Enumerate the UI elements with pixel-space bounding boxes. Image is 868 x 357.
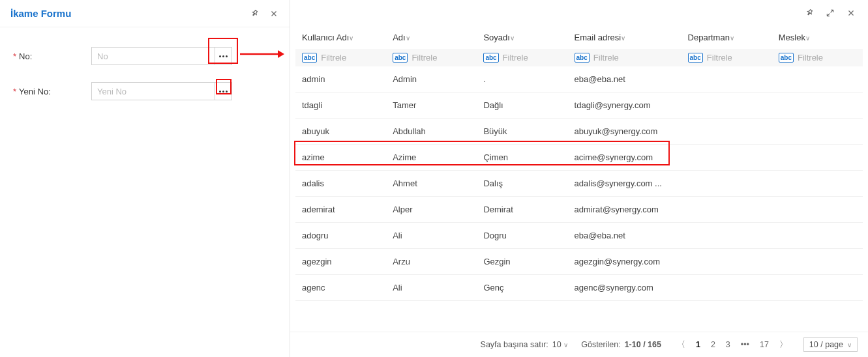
table-cell xyxy=(681,66,772,93)
table-cell: Ahmet xyxy=(386,171,477,197)
col-header-firstname[interactable]: Adı∨ xyxy=(386,26,477,49)
pin-icon[interactable] xyxy=(249,8,260,19)
table-cell: adalis xyxy=(295,171,386,197)
table-cell: agenc@synergy.com xyxy=(568,275,681,301)
filter-input-firstname[interactable] xyxy=(412,53,470,63)
filter-icon[interactable]: abc xyxy=(483,53,498,63)
close-icon[interactable] xyxy=(846,8,856,18)
table-cell xyxy=(681,119,772,145)
page-2[interactable]: 2 xyxy=(708,339,718,350)
table-row[interactable]: tdagliTamerDağlıtdagli@synergy.com xyxy=(295,93,863,119)
form-title: İkame Formu xyxy=(10,8,71,19)
label-yeni-no: *Yeni No: xyxy=(13,87,91,96)
page-size-select[interactable]: 10 / page∨ xyxy=(803,337,858,352)
table-cell xyxy=(681,223,772,249)
table-row[interactable]: adalisAhmetDalışadalis@synergy.com ... xyxy=(295,171,863,197)
table-row[interactable]: agezginArzuGezginagezgin@synergy.com xyxy=(295,249,863,275)
rows-per-page-label: Sayfa başına satır: xyxy=(481,340,548,349)
table-row[interactable]: ademiratAlperDemiratadmirat@synergy.com xyxy=(295,197,863,223)
table-cell xyxy=(772,145,863,171)
close-icon[interactable] xyxy=(269,8,279,19)
lookup-button-yeni-no[interactable] xyxy=(215,82,232,100)
ellipsis-icon xyxy=(219,55,228,57)
input-yeni-no[interactable] xyxy=(91,82,215,100)
filter-input-job[interactable] xyxy=(798,53,856,63)
lookup-button-no[interactable] xyxy=(215,47,232,65)
showing-info: Gösterilen: 1-10 / 165 xyxy=(581,340,661,349)
left-form-panel: İkame Formu *No: *Yeni No: xyxy=(0,0,290,357)
left-header-icons xyxy=(249,8,279,19)
filter-input-lastname[interactable] xyxy=(503,53,561,63)
table-cell: Arzu xyxy=(386,249,477,275)
filter-icon[interactable]: abc xyxy=(688,53,703,63)
table-cell xyxy=(772,66,863,93)
table-row[interactable]: adogruAliDogrueba@eba.net xyxy=(295,223,863,249)
table-cell: Alper xyxy=(386,197,477,223)
table-cell: Abdullah xyxy=(386,119,477,145)
table-cell: tdagli@synergy.com xyxy=(568,93,681,119)
table-cell: Dogru xyxy=(477,223,567,249)
table-cell: adalis@synergy.com ... xyxy=(568,171,681,197)
table-row[interactable]: adminAdmin.eba@eba.net xyxy=(295,66,863,93)
table-cell: Genç xyxy=(477,275,567,301)
table-cell xyxy=(681,275,772,301)
table-cell xyxy=(772,223,863,249)
table-cell xyxy=(681,197,772,223)
col-header-lastname[interactable]: Soyadı∨ xyxy=(477,26,567,49)
right-grid-panel: Kullanıcı Adı∨ Adı∨ Soyadı∨ Email adresi… xyxy=(290,0,868,357)
filter-input-email[interactable] xyxy=(593,53,675,63)
col-header-username[interactable]: Kullanıcı Adı∨ xyxy=(295,26,386,49)
filter-icon[interactable]: abc xyxy=(393,53,408,63)
input-no[interactable] xyxy=(91,47,215,65)
page-3[interactable]: 3 xyxy=(723,339,733,350)
form-row-no: *No: xyxy=(13,47,277,65)
pin-icon[interactable] xyxy=(804,8,815,18)
table-cell xyxy=(681,249,772,275)
table-cell: Ali xyxy=(386,223,477,249)
table-row[interactable]: agencAliGençagenc@synergy.com xyxy=(295,275,863,301)
table-cell: agezgin xyxy=(295,249,386,275)
table-cell: admin xyxy=(295,66,386,93)
table-cell: eba@eba.net xyxy=(568,223,681,249)
table-cell: tdagli xyxy=(295,93,386,119)
page-ellipsis: ••• xyxy=(738,339,752,350)
table-cell: agezgin@synergy.com xyxy=(568,249,681,275)
showing-label: Gösterilen: xyxy=(581,340,620,349)
table-cell: . xyxy=(477,66,567,93)
table-cell: ademirat xyxy=(295,197,386,223)
filter-icon[interactable]: abc xyxy=(575,53,590,63)
table-header-row: Kullanıcı Adı∨ Adı∨ Soyadı∨ Email adresi… xyxy=(295,26,863,49)
col-header-job[interactable]: Meslek∨ xyxy=(772,26,863,49)
table-cell: Büyük xyxy=(477,119,567,145)
expand-icon[interactable] xyxy=(825,8,835,18)
table-cell xyxy=(681,171,772,197)
table-row[interactable]: azimeAzimeÇimenacime@synergy.com xyxy=(295,145,863,171)
filter-input-username[interactable] xyxy=(321,53,380,63)
table-cell: abuyuk xyxy=(295,119,386,145)
table-cell: Demirat xyxy=(477,197,567,223)
right-panel-header xyxy=(290,0,868,26)
label-no: *No: xyxy=(13,51,91,61)
table-row[interactable]: abuyukAbdullahBüyükabuyuk@synergy.com xyxy=(295,119,863,145)
page-prev[interactable]: 〈 xyxy=(674,338,688,352)
col-header-department[interactable]: Departman∨ xyxy=(681,26,772,49)
page-last[interactable]: 17 xyxy=(757,339,771,350)
table-cell: Gezgin xyxy=(477,249,567,275)
table-cell: eba@eba.net xyxy=(568,66,681,93)
page-1[interactable]: 1 xyxy=(693,339,703,350)
filter-icon[interactable]: abc xyxy=(779,53,794,63)
rows-per-page-select[interactable]: 10 ∨ xyxy=(552,340,568,349)
page-next[interactable]: 〉 xyxy=(777,338,790,352)
filter-icon[interactable]: abc xyxy=(302,53,317,63)
input-wrap-no xyxy=(91,47,232,65)
table-cell: agenc xyxy=(295,275,386,301)
table-cell: azime xyxy=(295,145,386,171)
pagination: 〈 1 2 3 ••• 17 〉 xyxy=(674,338,790,352)
col-header-email[interactable]: Email adresi∨ xyxy=(568,26,681,49)
ellipsis-icon xyxy=(219,91,228,93)
table-cell xyxy=(681,93,772,119)
table-cell: abuyuk@synergy.com xyxy=(568,119,681,145)
filter-input-department[interactable] xyxy=(707,53,766,63)
data-grid: Kullanıcı Adı∨ Adı∨ Soyadı∨ Email adresi… xyxy=(290,26,868,332)
table-cell: acime@synergy.com xyxy=(568,145,681,171)
